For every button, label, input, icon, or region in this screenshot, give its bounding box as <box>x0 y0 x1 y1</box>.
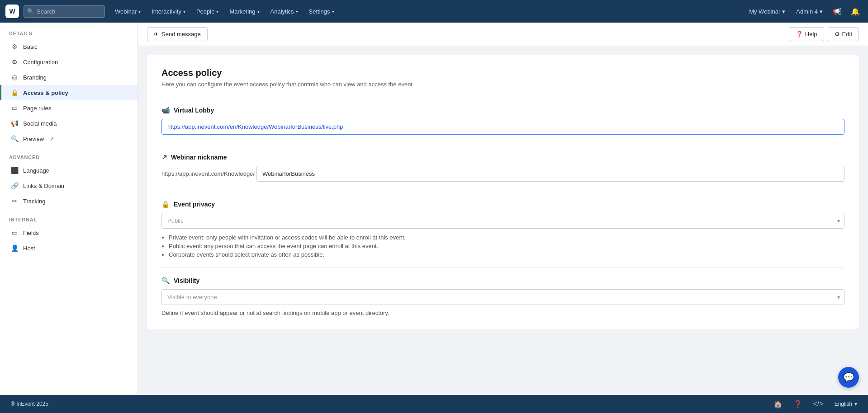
chevron-down-icon: ▾ <box>138 9 141 14</box>
branding-icon: ◎ <box>10 74 19 81</box>
sidebar-item-language[interactable]: ⬛ Language <box>0 163 138 178</box>
external-link-icon: ↗ <box>50 136 54 142</box>
sidebar-item-page-rules[interactable]: ▭ Page rules <box>0 100 138 116</box>
chevron-down-icon: ▾ <box>257 9 260 14</box>
nav-settings[interactable]: Settings ▾ <box>304 5 339 18</box>
divider <box>161 267 844 268</box>
sidebar-item-social-media[interactable]: 📢 Social media <box>0 116 138 131</box>
privacy-bullet-3: Corporate events should select private a… <box>169 251 844 258</box>
search-box <box>24 5 105 18</box>
sidebar-item-basic[interactable]: ⚙ Basic <box>0 39 138 54</box>
top-navigation: W 🔍 Webinar ▾ Interactivity ▾ People ▾ M… <box>0 0 868 23</box>
code-icon[interactable]: </> <box>813 400 824 408</box>
sidebar-item-tracking[interactable]: ✏ Tracking <box>0 193 138 209</box>
sidebar-section-details: DETAILS <box>0 23 138 39</box>
link-icon: 🔗 <box>10 182 19 189</box>
send-message-button[interactable]: ✈ Send message <box>147 27 208 41</box>
nickname-icon: ↗ <box>161 153 167 161</box>
page-description: Here you can configure the event access … <box>161 81 844 88</box>
divider <box>161 144 844 144</box>
messages-icon[interactable]: 📢 <box>830 4 844 19</box>
lock-icon: 🔒 <box>161 200 170 208</box>
edit-button[interactable]: ⚙ Edit <box>828 27 859 41</box>
gear-icon: ⚙ <box>835 31 840 38</box>
home-icon[interactable]: 🏠 <box>773 400 783 408</box>
nav-webinar[interactable]: Webinar ▾ <box>110 5 145 18</box>
main-content: ✈ Send message ❓ Help ⚙ Edit Access poli… <box>138 23 868 413</box>
visibility-select[interactable]: Visible to everyone Hidden <box>161 289 844 305</box>
chevron-down-icon: ▾ <box>854 401 857 407</box>
nav-interactivity[interactable]: Interactivity ▾ <box>147 5 190 18</box>
privacy-bullet-1: Private event: only people with invitati… <box>169 234 844 241</box>
sidebar-item-host[interactable]: 👤 Host <box>0 240 138 256</box>
top-right-buttons: ❓ Help ⚙ Edit <box>789 27 859 41</box>
chat-icon: 💬 <box>843 372 854 383</box>
bell-icon[interactable]: 🔔 <box>848 4 863 19</box>
visibility-select-wrap: Visible to everyone Hidden ▾ <box>161 289 844 305</box>
divider <box>161 97 844 97</box>
privacy-bullet-2: Public event: any person that can access… <box>169 243 844 249</box>
visibility-description: Define if event should appear or not at … <box>161 310 844 316</box>
admin-menu[interactable]: Admin 4 ▾ <box>792 6 826 17</box>
search-icon: 🔍 <box>161 277 170 285</box>
page-layout: DETAILS ⚙ Basic ⚙ Configuration ◎ Brandi… <box>0 0 868 413</box>
fields-icon: ▭ <box>10 229 19 236</box>
tracking-icon: ✏ <box>10 197 19 205</box>
help-button[interactable]: ❓ Help <box>789 27 824 41</box>
sidebar-item-links-domain[interactable]: 🔗 Links & Domain <box>0 178 138 193</box>
chevron-down-icon: ▾ <box>820 8 823 15</box>
host-icon: 👤 <box>10 244 19 252</box>
configuration-icon: ⚙ <box>10 58 19 66</box>
access-policy-card: Access policy Here you can configure the… <box>147 55 859 329</box>
chevron-down-icon: ▾ <box>216 9 218 14</box>
event-privacy-label: 🔒 Event privacy <box>161 200 844 208</box>
footer: ® InEvent 2025 🏠 ❓ </> English ▾ <box>0 395 868 413</box>
chat-bubble-button[interactable]: 💬 <box>838 367 859 388</box>
sidebar-item-access-policy[interactable]: 🔒 Access & policy <box>0 85 138 100</box>
visibility-label: 🔍 Visibility <box>161 277 844 285</box>
chevron-down-icon: ▾ <box>782 8 785 15</box>
chevron-down-icon: ▾ <box>183 9 185 14</box>
search-wrap: 🔍 <box>24 5 105 18</box>
top-action-bar: ✈ Send message ❓ Help ⚙ Edit <box>138 23 868 46</box>
sidebar: DETAILS ⚙ Basic ⚙ Configuration ◎ Brandi… <box>0 23 138 413</box>
nav-marketing[interactable]: Marketing ▾ <box>225 5 264 18</box>
copyright: ® InEvent 2025 <box>11 401 48 407</box>
nickname-input[interactable] <box>256 166 844 182</box>
language-text: English <box>835 401 852 407</box>
basic-icon: ⚙ <box>10 43 19 50</box>
virtual-lobby-url-field[interactable] <box>161 119 844 135</box>
event-privacy-select[interactable]: Public Private <box>161 213 844 229</box>
sidebar-section-internal: INTERNAL <box>0 209 138 225</box>
sidebar-section-advanced: ADVANCED <box>0 146 138 163</box>
preview-icon: 🔍 <box>10 135 19 142</box>
webinar-nickname-label: ↗ Webinar nickname <box>161 153 844 161</box>
content-area: Access policy Here you can configure the… <box>138 46 868 347</box>
nav-people[interactable]: People ▾ <box>192 5 223 18</box>
page-rules-icon: ▭ <box>10 104 19 112</box>
app-logo: W <box>5 5 19 18</box>
page-title: Access policy <box>161 68 844 78</box>
virtual-lobby-label: 📹 Virtual Lobby <box>161 106 844 114</box>
megaphone-icon: 📢 <box>10 120 19 127</box>
lock-icon: 🔒 <box>10 89 19 96</box>
help-circle-icon: ❓ <box>796 31 803 38</box>
language-selector[interactable]: English ▾ <box>835 401 857 407</box>
sidebar-item-branding[interactable]: ◎ Branding <box>0 70 138 85</box>
sidebar-item-fields[interactable]: ▭ Fields <box>0 225 138 240</box>
event-privacy-select-wrap: Public Private ▾ <box>161 213 844 229</box>
send-icon: ✈ <box>154 31 159 38</box>
divider <box>161 191 844 191</box>
nickname-row: https://app.inevent.com/Knowledge/ <box>161 166 844 182</box>
search-input[interactable] <box>37 8 100 15</box>
language-icon: ⬛ <box>10 167 19 174</box>
chevron-down-icon: ▾ <box>296 9 298 14</box>
video-icon: 📹 <box>161 106 170 114</box>
privacy-bullets: Private event: only people with invitati… <box>169 234 844 258</box>
question-icon[interactable]: ❓ <box>793 400 802 408</box>
sidebar-item-preview[interactable]: 🔍 Preview ↗ <box>0 131 138 146</box>
sidebar-item-configuration[interactable]: ⚙ Configuration <box>0 54 138 70</box>
footer-right: 🏠 ❓ </> English ▾ <box>773 400 858 408</box>
nav-analytics[interactable]: Analytics ▾ <box>266 5 303 18</box>
my-webinar-menu[interactable]: My Webinar ▾ <box>745 6 789 17</box>
